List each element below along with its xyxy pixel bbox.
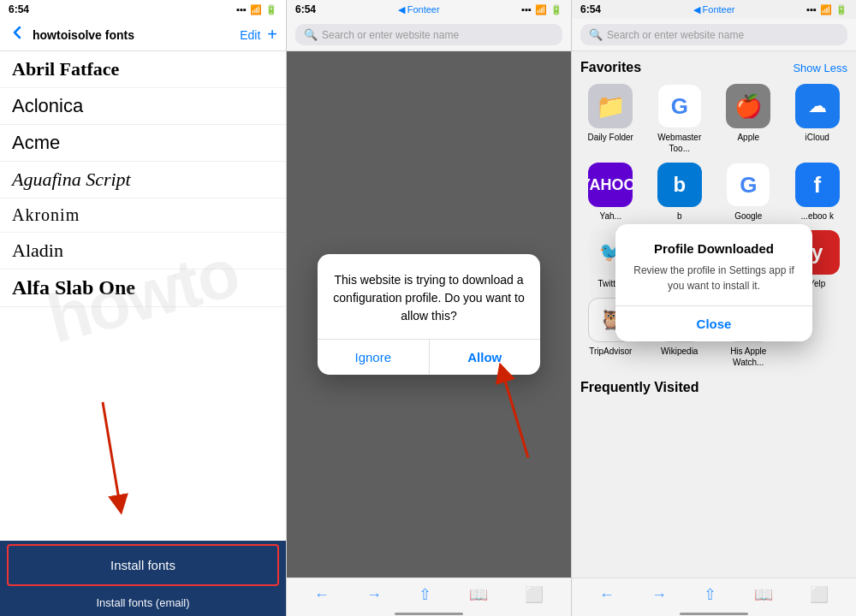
wifi-icon: 📶 (535, 4, 547, 15)
install-bar: Install fonts Install fonts (email) (0, 541, 286, 616)
profile-modal-title: Profile Downloaded (631, 241, 797, 256)
battery-icon: 🔋 (550, 4, 562, 15)
font-name: Akronim (12, 205, 80, 224)
list-item[interactable]: Aclonica (0, 88, 286, 125)
add-button[interactable]: + (267, 25, 277, 44)
home-bar (395, 613, 463, 615)
left-time: 6:54 (9, 3, 29, 15)
middle-browser-toolbar: ← → ⇧ 📖 ⬜ (287, 578, 571, 611)
list-item[interactable]: Aguafina Script (0, 162, 286, 198)
allow-button[interactable]: Allow (429, 340, 541, 375)
left-status-bar: 6:54 ▪▪▪ 📶 🔋 (0, 0, 286, 19)
list-item[interactable]: Alfa Slab One (0, 270, 286, 307)
back-app-label: ◀ Fonteer (398, 4, 440, 15)
font-name: Aladin (12, 240, 63, 261)
battery-icon: 🔋 (265, 4, 277, 15)
search-placeholder: Search or enter website name (322, 29, 459, 41)
right-panel: 6:54 ◀ Fonteer ▪▪▪ 📶 🔋 🔍 Search or enter… (572, 0, 856, 616)
back-nav-button[interactable]: ← (314, 586, 330, 604)
tabs-button[interactable]: ⬜ (525, 585, 544, 604)
middle-panel: 6:54 ◀ Fonteer ▪▪▪ 📶 🔋 🔍 Search or enter… (287, 0, 572, 616)
forward-nav-button[interactable]: → (366, 586, 382, 604)
wifi-icon: 📶 (250, 4, 262, 15)
nav-title: howtoisolve fonts (33, 28, 233, 42)
modal-actions: Ignore Allow (318, 339, 540, 375)
font-name: Aguafina Script (12, 169, 131, 190)
right-home-bar (680, 613, 748, 615)
profile-downloaded-modal: Profile Downloaded Review the profile in… (615, 224, 812, 341)
install-fonts-email-button[interactable]: Install fonts (email) (0, 589, 286, 616)
right-tabs-button[interactable]: ⬜ (810, 585, 829, 604)
middle-browser-nav: 🔍 Search or enter website name (287, 19, 571, 51)
left-status-icons: ▪▪▪ 📶 🔋 (236, 4, 277, 15)
middle-time: 6:54 (295, 3, 316, 15)
bookmarks-button[interactable]: 📖 (469, 585, 488, 604)
right-forward-nav-button[interactable]: → (651, 586, 667, 604)
font-list: howto Abril Fatface Aclonica Acme Aguafi… (0, 51, 286, 541)
font-name: Aclonica (12, 95, 83, 116)
right-share-button[interactable]: ⇧ (704, 585, 716, 604)
home-indicator (287, 611, 571, 616)
profile-downloaded-modal-overlay: Profile Downloaded Review the profile in… (572, 0, 856, 565)
list-item[interactable]: Aladin (0, 233, 286, 270)
list-item[interactable]: Abril Fatface (0, 51, 286, 88)
font-name: Abril Fatface (12, 58, 119, 80)
share-button[interactable]: ⇧ (419, 585, 431, 604)
right-bookmarks-button[interactable]: 📖 (754, 585, 773, 604)
right-back-nav-button[interactable]: ← (599, 586, 615, 604)
list-item[interactable]: Acme (0, 125, 286, 162)
middle-browser-content: This website is trying to download a con… (287, 51, 571, 578)
profile-close-button[interactable]: Close (615, 305, 812, 341)
modal-message: This website is trying to download a con… (333, 271, 525, 325)
right-browser-toolbar: ← → ⇧ 📖 ⬜ (572, 578, 856, 611)
profile-modal-body: Review the profile in Settings app if yo… (631, 263, 797, 293)
download-profile-modal-overlay: This website is trying to download a con… (287, 51, 571, 578)
right-home-indicator (572, 611, 856, 616)
left-nav-bar: howtoisolve fonts Edit + (0, 19, 286, 51)
back-button[interactable] (9, 24, 26, 45)
middle-status-bar: 6:54 ◀ Fonteer ▪▪▪ 📶 🔋 (287, 0, 571, 19)
signal-icon: ▪▪▪ (236, 4, 247, 15)
font-name: Acme (12, 132, 60, 153)
install-fonts-button[interactable]: Install fonts (7, 544, 279, 586)
download-profile-modal: This website is trying to download a con… (318, 254, 540, 375)
middle-status-icons: ▪▪▪ 📶 🔋 (521, 4, 562, 15)
edit-button[interactable]: Edit (240, 28, 260, 42)
search-bar[interactable]: 🔍 Search or enter website name (295, 24, 562, 45)
signal-icon: ▪▪▪ (521, 4, 532, 15)
search-icon: 🔍 (304, 28, 318, 41)
left-panel: 6:54 ▪▪▪ 📶 🔋 howtoisolve fonts Edit + ho… (0, 0, 287, 616)
font-name: Alfa Slab One (12, 276, 135, 299)
list-item[interactable]: Akronim (0, 198, 286, 233)
ignore-button[interactable]: Ignore (318, 340, 429, 375)
